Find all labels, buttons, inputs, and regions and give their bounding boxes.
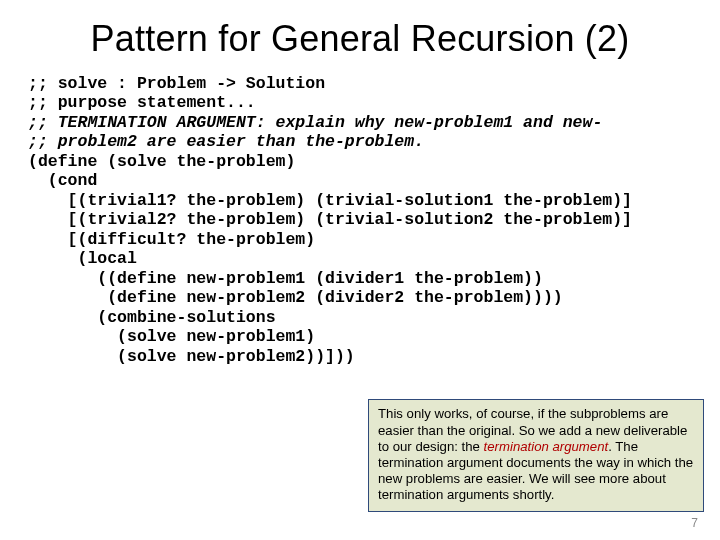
callout-term: termination argument xyxy=(484,439,609,454)
code-line-term: ;; problem2 are easier than the-problem. xyxy=(28,132,424,151)
code-block: ;; solve : Problem -> Solution ;; purpos… xyxy=(0,68,720,366)
slide-title: Pattern for General Recursion (2) xyxy=(0,0,720,68)
code-line: (define new-problem2 (divider2 the-probl… xyxy=(28,288,563,307)
code-line: (solve new-problem2))])) xyxy=(28,347,355,366)
code-line: (local xyxy=(28,249,137,268)
code-line: [(trivial1? the-problem) (trivial-soluti… xyxy=(28,191,632,210)
code-line: (define (solve the-problem) xyxy=(28,152,295,171)
slide: Pattern for General Recursion (2) ;; sol… xyxy=(0,0,720,540)
page-number: 7 xyxy=(691,516,698,530)
code-line-term: ;; TERMINATION ARGUMENT: explain why new… xyxy=(28,113,602,132)
callout-box: This only works, of course, if the subpr… xyxy=(368,399,704,512)
code-line: ;; solve : Problem -> Solution xyxy=(28,74,325,93)
code-line: ;; purpose statement... xyxy=(28,93,256,112)
code-line: ((define new-problem1 (divider1 the-prob… xyxy=(28,269,543,288)
code-line: (combine-solutions xyxy=(28,308,276,327)
code-line: [(trivial2? the-problem) (trivial-soluti… xyxy=(28,210,632,229)
code-line: (cond xyxy=(28,171,97,190)
code-line: (solve new-problem1) xyxy=(28,327,315,346)
code-line: [(difficult? the-problem) xyxy=(28,230,315,249)
